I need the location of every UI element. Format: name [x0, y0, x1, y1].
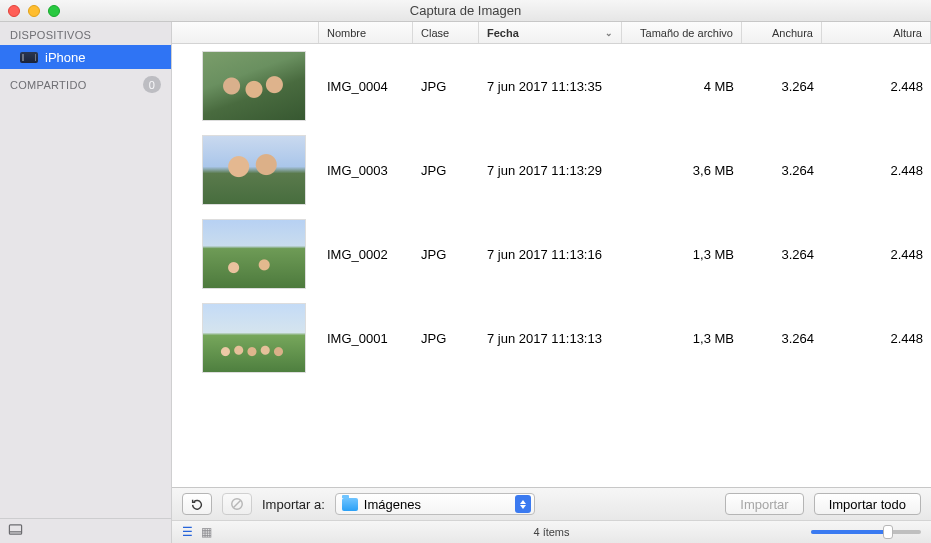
main-panel: Nombre Clase Fecha ⌄ Tamaño de archivo A…	[172, 22, 931, 543]
phone-icon	[20, 52, 38, 63]
sidebar-section-devices: DISPOSITIVOS	[0, 22, 171, 45]
cell-date: 7 jun 2017 11:13:35	[479, 79, 622, 94]
select-arrows-icon	[515, 495, 531, 513]
column-header-size[interactable]: Tamaño de archivo	[622, 22, 742, 43]
bottom-toolbar: Importar a: Imágenes Importar Importar t…	[172, 487, 931, 520]
title-bar: Captura de Imagen	[0, 0, 931, 22]
import-to-label: Importar a:	[262, 497, 325, 512]
slider-knob[interactable]	[883, 525, 893, 539]
shared-count-badge: 0	[143, 76, 161, 93]
thumbnail-icon	[202, 303, 306, 373]
import-button[interactable]: Importar	[725, 493, 803, 515]
column-header-height[interactable]: Altura	[822, 22, 931, 43]
show-toolbar-icon[interactable]	[8, 522, 23, 540]
folder-name: Imágenes	[364, 497, 421, 512]
cell-name: IMG_0002	[319, 247, 413, 262]
column-header-width[interactable]: Anchura	[742, 22, 822, 43]
cell-date: 7 jun 2017 11:13:13	[479, 331, 622, 346]
svg-rect-0	[9, 525, 21, 534]
svg-line-3	[234, 501, 241, 508]
thumbnail-size-slider[interactable]	[811, 530, 921, 534]
cell-height: 2.448	[822, 79, 931, 94]
cell-name: IMG_0003	[319, 163, 413, 178]
thumbnail-icon	[202, 219, 306, 289]
cell-height: 2.448	[822, 247, 931, 262]
image-list: IMG_0004 JPG 7 jun 2017 11:13:35 4 MB 3.…	[172, 44, 931, 487]
sidebar-section-shared: COMPARTIDO 0	[0, 69, 171, 97]
cell-kind: JPG	[413, 247, 479, 262]
table-row[interactable]: IMG_0002 JPG 7 jun 2017 11:13:16 1,3 MB …	[172, 212, 931, 296]
sidebar-footer	[0, 518, 171, 543]
cell-size: 3,6 MB	[622, 163, 742, 178]
cell-height: 2.448	[822, 331, 931, 346]
column-header-date[interactable]: Fecha ⌄	[479, 22, 622, 43]
cell-name: IMG_0004	[319, 79, 413, 94]
cell-size: 4 MB	[622, 79, 742, 94]
sidebar-device-iphone[interactable]: iPhone	[0, 45, 171, 69]
cell-width: 3.264	[742, 247, 822, 262]
thumbnail-icon	[202, 135, 306, 205]
column-header-kind[interactable]: Clase	[413, 22, 479, 43]
delete-button[interactable]	[222, 493, 252, 515]
column-header: Nombre Clase Fecha ⌄ Tamaño de archivo A…	[172, 22, 931, 44]
cell-size: 1,3 MB	[622, 247, 742, 262]
table-row[interactable]: IMG_0003 JPG 7 jun 2017 11:13:29 3,6 MB …	[172, 128, 931, 212]
status-bar: ☰ ▦ 4 ítems	[172, 520, 931, 543]
table-row[interactable]: IMG_0004 JPG 7 jun 2017 11:13:35 4 MB 3.…	[172, 44, 931, 128]
cell-size: 1,3 MB	[622, 331, 742, 346]
cell-width: 3.264	[742, 79, 822, 94]
cell-date: 7 jun 2017 11:13:29	[479, 163, 622, 178]
folder-icon	[342, 498, 358, 511]
thumbnail-icon	[202, 51, 306, 121]
chevron-down-icon: ⌄	[605, 28, 613, 38]
table-row[interactable]: IMG_0001 JPG 7 jun 2017 11:13:13 1,3 MB …	[172, 296, 931, 380]
cell-kind: JPG	[413, 79, 479, 94]
cell-height: 2.448	[822, 163, 931, 178]
cell-width: 3.264	[742, 163, 822, 178]
cell-name: IMG_0001	[319, 331, 413, 346]
sidebar-item-label: iPhone	[45, 50, 85, 65]
column-header-name[interactable]: Nombre	[319, 22, 413, 43]
sidebar: DISPOSITIVOS iPhone COMPARTIDO 0	[0, 22, 172, 543]
cell-width: 3.264	[742, 331, 822, 346]
cell-kind: JPG	[413, 331, 479, 346]
window-title: Captura de Imagen	[0, 3, 931, 18]
import-destination-select[interactable]: Imágenes	[335, 493, 535, 515]
cell-kind: JPG	[413, 163, 479, 178]
column-header-thumbnail[interactable]	[172, 22, 319, 43]
import-all-button[interactable]: Importar todo	[814, 493, 921, 515]
rotate-button[interactable]	[182, 493, 212, 515]
cell-date: 7 jun 2017 11:13:16	[479, 247, 622, 262]
